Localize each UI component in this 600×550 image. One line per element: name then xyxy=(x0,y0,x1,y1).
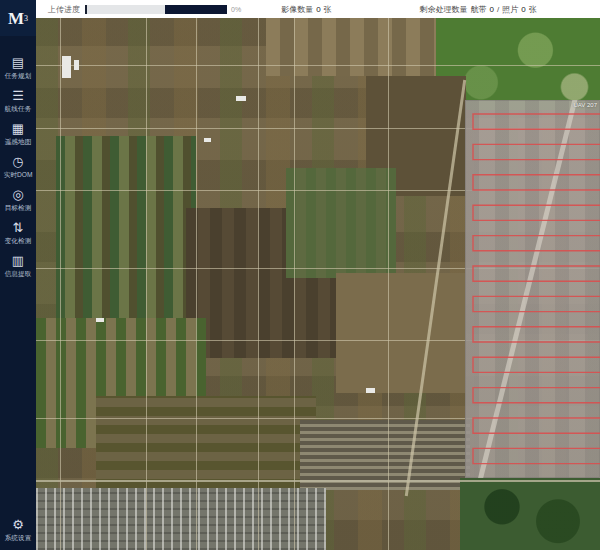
remaining-label: 剩余处理数量 xyxy=(420,4,468,15)
map-canvas[interactable]: UAV 207 xyxy=(36,18,600,550)
image-count-value: 0 xyxy=(316,5,320,14)
sidebar-item-target-detection[interactable]: ◎目标检测 xyxy=(0,188,36,212)
strip-value: 0 xyxy=(490,5,494,14)
orthomosaic-overlay[interactable]: UAV 207 xyxy=(465,100,600,478)
overlay-watermark: UAV 207 xyxy=(573,102,597,108)
sidebar: ▤任务规划☰航线任务▦遥感地图◷实时DOM◎目标检测⇅变化检测▥信息提取 ⚙系统… xyxy=(0,36,36,550)
sidebar-item-label: 遥感地图 xyxy=(5,138,32,146)
sidebar-item-label: 目标检测 xyxy=(5,204,32,212)
sidebar-item-rs-map[interactable]: ▦遥感地图 xyxy=(0,122,36,146)
photo-label: 照片 xyxy=(502,4,518,15)
sidebar-item-label: 变化检测 xyxy=(5,237,32,245)
photo-unit: 张 xyxy=(529,4,537,15)
sidebar-item-label: 任务规划 xyxy=(5,72,32,80)
image-count-group: 影像数量 0 张 xyxy=(281,4,331,15)
map-road xyxy=(36,480,600,482)
sidebar-item-change-detection[interactable]: ⇅变化检测 xyxy=(0,221,36,245)
sidebar-item-label: 航线任务 xyxy=(5,105,32,113)
upload-progress-bar xyxy=(85,5,227,14)
progress-completed-segment xyxy=(87,5,165,14)
image-count-label: 影像数量 xyxy=(281,4,313,15)
map-building xyxy=(366,388,375,393)
sidebar-item-mission-planning[interactable]: ▤任务规划 xyxy=(0,56,36,80)
map-road xyxy=(60,18,61,550)
image-count-unit: 张 xyxy=(324,4,332,15)
clipboard-icon: ▤ xyxy=(12,56,24,70)
gear-icon: ⚙ xyxy=(12,518,24,532)
document-icon: ▥ xyxy=(12,254,24,268)
flight-path-line xyxy=(473,114,600,464)
app-window: M3 上传进度 0% 影像数量 0 张 剩余处理数量 航带 0 / 照片 0 张… xyxy=(0,0,600,550)
upload-progress-percent: 0% xyxy=(231,6,241,13)
sidebar-item-realtime-dom[interactable]: ◷实时DOM xyxy=(0,155,36,179)
map-building xyxy=(204,138,211,142)
progress-remaining-segment xyxy=(165,5,227,14)
swap-arrows-icon: ⇅ xyxy=(13,221,24,235)
sidebar-item-route-tasks[interactable]: ☰航线任务 xyxy=(0,89,36,113)
separator: / xyxy=(497,5,499,14)
sidebar-item-system-settings[interactable]: ⚙系统设置 xyxy=(0,518,36,542)
strip-label: 航带 xyxy=(471,4,487,15)
map-terrain-patch xyxy=(336,273,466,393)
map-building xyxy=(236,96,246,101)
sidebar-item-label: 实时DOM xyxy=(4,171,33,179)
sidebar-item-label: 系统设置 xyxy=(5,534,32,542)
app-logo: M3 xyxy=(0,0,36,36)
remaining-count-group: 剩余处理数量 航带 0 / 照片 0 张 xyxy=(420,4,537,15)
sidebar-item-info-extraction[interactable]: ▥信息提取 xyxy=(0,254,36,278)
map-terrain-patch xyxy=(96,396,316,488)
map-terrain-patch xyxy=(266,18,436,76)
topbar: 上传进度 0% 影像数量 0 张 剩余处理数量 航带 0 / 照片 0 张 xyxy=(36,0,600,18)
clock-icon: ◷ xyxy=(12,155,23,169)
photo-value: 0 xyxy=(521,5,525,14)
map-road xyxy=(36,65,600,66)
map-road xyxy=(196,18,197,550)
map-road xyxy=(258,18,259,550)
map-building xyxy=(96,318,104,322)
map-terrain-patch xyxy=(286,168,396,278)
app-logo-sup: 3 xyxy=(24,14,28,23)
target-icon: ◎ xyxy=(12,188,23,202)
flight-path-svg xyxy=(465,100,600,478)
map-grid-icon: ▦ xyxy=(12,122,24,136)
list-icon: ☰ xyxy=(12,89,24,103)
map-terrain-patch xyxy=(56,136,196,326)
map-terrain-patch xyxy=(460,478,600,550)
map-road xyxy=(388,18,389,550)
map-terrain-patch xyxy=(36,488,326,550)
map-building xyxy=(74,60,79,70)
app-logo-text: M xyxy=(8,10,24,27)
map-building xyxy=(62,56,71,78)
map-road xyxy=(146,18,147,550)
map-road xyxy=(294,18,295,550)
sidebar-item-label: 信息提取 xyxy=(5,270,32,278)
upload-progress-label: 上传进度 xyxy=(48,4,80,15)
